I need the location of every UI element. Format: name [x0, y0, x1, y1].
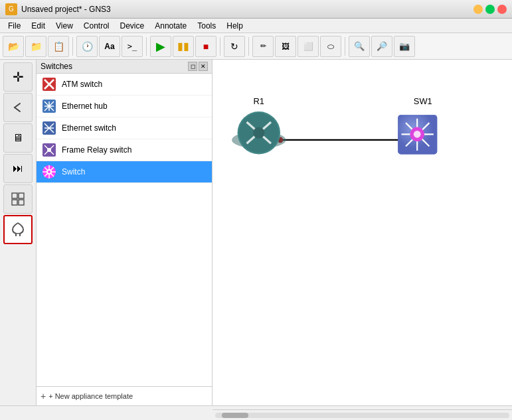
menu-edit[interactable]: Edit	[26, 20, 50, 32]
left-sidebar: ✛ 🖥 ⏭	[0, 60, 37, 405]
svg-rect-2	[12, 200, 17, 205]
sw1-node[interactable]	[398, 115, 437, 154]
svg-rect-0	[12, 193, 17, 198]
r1-label: R1	[254, 96, 264, 106]
statusbar	[0, 405, 512, 420]
switch-item-frame-relay[interactable]: Frame Relay switch	[37, 139, 212, 161]
ethernet-switch-icon	[42, 121, 56, 135]
toolbar: 📂 📁 📋 🕐 Aa >_ ▶ ▮▮ ■ ↻ ✏ 🖼 ⬜ ⬭ 🔍 🔎 📷	[0, 33, 512, 60]
canvas-area[interactable]: R1 SW1	[213, 60, 512, 405]
frame-relay-switch-icon	[42, 143, 56, 157]
h-scrollbar[interactable]	[213, 409, 512, 420]
toolbar-separator-2	[146, 37, 147, 56]
switches-panel-header: Switches ◻ ✕	[37, 60, 212, 74]
history-button[interactable]: 🕐	[76, 36, 98, 57]
zoom-out-button[interactable]: 🔎	[371, 36, 392, 57]
svg-point-32	[253, 127, 264, 139]
window-controls	[473, 5, 507, 14]
switch-item-switch[interactable]: Switch	[37, 161, 212, 183]
switch-icon	[42, 165, 56, 179]
r1-node[interactable]	[232, 111, 286, 154]
main-area: ✛ 🖥 ⏭ Swit	[0, 60, 512, 405]
svg-point-19	[47, 148, 51, 152]
open-file-button[interactable]: 📁	[25, 36, 46, 57]
menu-device[interactable]: Device	[115, 20, 150, 32]
ethernet-switch-label: Ethernet switch	[62, 123, 116, 133]
rectangle-button[interactable]: ⬜	[298, 36, 319, 57]
scrollbar-track	[215, 413, 509, 418]
ethernet-hub-label: Ethernet hub	[62, 102, 108, 111]
add-picture-button[interactable]: 🖼	[275, 36, 296, 57]
close-button[interactable]	[497, 5, 507, 14]
menu-tools[interactable]: Tools	[192, 20, 221, 32]
menu-annotate[interactable]: Annotate	[149, 20, 192, 32]
svg-rect-3	[19, 200, 24, 205]
add-appliance-button[interactable]: + + New appliance template	[37, 386, 212, 405]
screenshot-button[interactable]: 📷	[394, 36, 415, 57]
titlebar: G Unsaved project* - GNS3	[0, 0, 512, 19]
svg-point-40	[414, 131, 421, 138]
sw1-label: SW1	[414, 96, 432, 106]
switch-label: Switch	[62, 167, 85, 176]
text-edit-button[interactable]: Aa	[99, 36, 120, 57]
reload-button[interactable]: ↻	[224, 36, 245, 57]
switch-list: ATM switch Ethernet hub	[37, 74, 212, 386]
app-icon: G	[5, 3, 17, 15]
stop-button[interactable]: ■	[195, 36, 216, 57]
ellipse-button[interactable]: ⬭	[320, 36, 341, 57]
menubar: File Edit View Control Device Annotate T…	[0, 19, 512, 33]
window-title: Unsaved project* - GNS3	[21, 5, 473, 14]
toolbar-separator-5	[345, 37, 345, 56]
panel-restore-button[interactable]: ◻	[188, 62, 197, 71]
toolbar-separator-4	[248, 37, 249, 56]
toolbar-separator-3	[220, 37, 220, 56]
svg-point-26	[48, 171, 50, 173]
monitor-button[interactable]: 🖥	[3, 123, 33, 153]
atm-switch-label: ATM switch	[62, 80, 102, 89]
svg-rect-1	[19, 193, 24, 198]
menu-help[interactable]: Help	[221, 20, 248, 32]
panel-close-button[interactable]: ✕	[199, 62, 208, 71]
atm-switch-icon	[42, 77, 56, 92]
open-folder-button[interactable]: 📂	[3, 36, 24, 57]
switch-item-ethernet-hub[interactable]: Ethernet hub	[37, 96, 212, 117]
pause-button[interactable]: ▮▮	[173, 36, 194, 57]
add-appliance-label: + New appliance template	[48, 392, 133, 400]
snapshot-button[interactable]: 📋	[48, 36, 69, 57]
devices-button[interactable]	[3, 184, 33, 214]
toolbar-separator-1	[72, 37, 73, 56]
scrollbar-thumb[interactable]	[222, 413, 248, 418]
menu-view[interactable]: View	[50, 20, 78, 32]
switch-item-atm[interactable]: ATM switch	[37, 74, 212, 96]
switches-panel: Switches ◻ ✕ ATM switch	[37, 60, 213, 405]
edit-node-button[interactable]: ✏	[252, 36, 274, 57]
play-button[interactable]: ▶	[150, 36, 171, 57]
maximize-button[interactable]	[485, 5, 495, 14]
menu-file[interactable]: File	[3, 20, 26, 32]
menu-control[interactable]: Control	[78, 20, 115, 32]
add-appliance-icon: +	[41, 391, 46, 401]
zoom-in-button[interactable]: 🔍	[349, 36, 370, 57]
switches-panel-title: Switches	[41, 62, 72, 71]
network-canvas: R1 SW1	[213, 60, 512, 405]
switch-item-ethernet-sw[interactable]: Ethernet switch	[37, 117, 212, 139]
play-side-button[interactable]: ⏭	[3, 154, 33, 183]
minimize-button[interactable]	[473, 5, 483, 14]
move-button[interactable]: ✛	[3, 62, 33, 92]
terminal-button[interactable]: >_	[122, 36, 143, 57]
ethernet-hub-icon	[42, 99, 56, 113]
switches-side-button[interactable]	[3, 215, 33, 244]
frame-relay-label: Frame Relay switch	[62, 145, 131, 155]
back-button[interactable]	[3, 93, 33, 122]
panel-header-controls: ◻ ✕	[188, 62, 208, 71]
